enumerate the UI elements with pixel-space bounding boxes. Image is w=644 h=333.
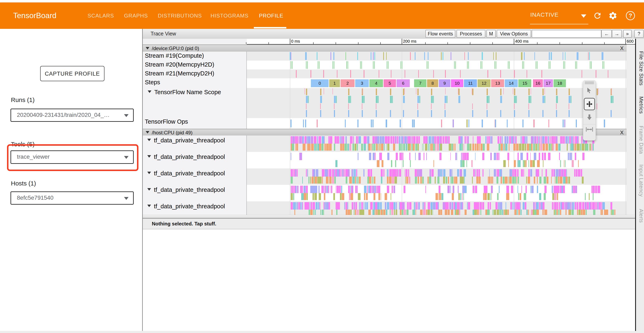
tab-alerts[interactable]: Alerts: [637, 209, 644, 224]
collapse-arrow-icon[interactable]: [147, 155, 151, 158]
tab-frame-data[interactable]: Frame Data: [637, 126, 644, 154]
step-block-0[interactable]: 0: [311, 79, 328, 87]
step-block-12[interactable]: 12: [478, 79, 490, 87]
gear-icon[interactable]: [608, 11, 618, 20]
collapse-arrow-icon[interactable]: [147, 188, 151, 190]
zoom-tool-button[interactable]: [583, 111, 596, 124]
step-block-1[interactable]: 1: [329, 79, 340, 87]
gpu-section-header[interactable]: /device:GPU:0 (pid 0) X: [143, 44, 626, 52]
top-whitespace: [0, 0, 644, 2]
step-block-17[interactable]: 17: [544, 79, 553, 87]
horizontal-scroll-strip[interactable]: [143, 215, 636, 218]
step-block-15[interactable]: 15: [518, 79, 531, 87]
step-block-8[interactable]: 8: [427, 79, 438, 87]
step-block-2[interactable]: 2: [340, 79, 354, 87]
nav-left-button[interactable]: ←: [601, 30, 612, 38]
ruler-corner: [143, 39, 247, 44]
step-block-4[interactable]: 4: [370, 79, 383, 87]
step-block-7[interactable]: 7: [414, 79, 426, 87]
step-block-18[interactable]: 18: [554, 79, 566, 87]
ruler-major-tick: [290, 39, 290, 44]
collapse-arrow-icon[interactable]: [146, 131, 149, 134]
track-label: Stream #19(Compute): [145, 52, 204, 59]
step-block-3[interactable]: 3: [355, 79, 369, 87]
runs-select[interactable]: 20200409-231431/train/2020_04_…: [10, 108, 134, 122]
ruler-tick-label: 200 ms: [403, 39, 416, 44]
vertical-scrollbar[interactable]: [626, 44, 636, 215]
step-block-14[interactable]: 14: [505, 79, 518, 87]
gpu-close-button[interactable]: X: [620, 45, 624, 52]
trace-view-title: Trace View: [150, 31, 176, 37]
track-label-text: Steps: [145, 79, 160, 86]
track-label[interactable]: tf_data_private_threadpool: [147, 186, 225, 193]
flow-events-button[interactable]: Flow events: [426, 30, 455, 38]
ruler-tick-label: 600: [627, 39, 634, 44]
step-block-10[interactable]: 10: [451, 79, 463, 87]
hosts-select[interactable]: 8efc5e791540: [10, 192, 134, 204]
tab-file-size-stats[interactable]: File Size Stats: [637, 51, 644, 85]
pan-tool-button[interactable]: [584, 98, 595, 110]
collapse-arrow-icon[interactable]: [147, 204, 151, 207]
track-label[interactable]: tf_data_private_threadpool: [147, 154, 225, 160]
step-block-11[interactable]: 11: [464, 79, 477, 87]
cpu-section-header[interactable]: /host:CPU (pid 49) X: [143, 129, 626, 136]
tab-distributions[interactable]: DISTRIBUTIONS: [158, 2, 202, 29]
processes-button[interactable]: Processes: [456, 30, 485, 38]
drag-grip[interactable]: [585, 82, 594, 84]
track-label-text: TensorFlow Name Scope: [154, 89, 221, 96]
run-status-label: INACTIVE: [530, 12, 558, 18]
capture-profile-button[interactable]: CAPTURE PROFILE: [40, 66, 104, 81]
detail-status-text: Nothing selected. Tap stuff.: [152, 221, 216, 227]
step-block-16[interactable]: 16: [533, 79, 543, 87]
view-options-button[interactable]: View Options: [497, 30, 531, 38]
sidebar: CAPTURE PROFILE Runs (1) 20200409-231431…: [0, 29, 142, 331]
chevron-down-icon: [581, 14, 586, 18]
track-label-text: tf_data_private_threadpool: [154, 186, 225, 193]
tab-profile[interactable]: PROFILE: [259, 2, 283, 29]
help-icon[interactable]: ?: [626, 11, 635, 20]
track-label: Stream #21(MemcpyD2H): [145, 70, 214, 77]
tab-histograms[interactable]: HISTOGRAMS: [210, 2, 248, 29]
ruler-minor-tick: [380, 42, 381, 44]
tab-scalars[interactable]: SCALARS: [88, 2, 114, 29]
chevron-down-icon: [124, 156, 128, 159]
tensorboard-app: TensorBoard SCALARSGRAPHSDISTRIBUTIONSHI…: [0, 0, 644, 333]
track-label: Steps: [145, 79, 160, 86]
run-status-dropdown[interactable]: INACTIVE: [530, 2, 588, 29]
selection-tool-button[interactable]: [583, 85, 596, 98]
track-label[interactable]: tf_data_private_threadpool: [147, 203, 225, 210]
nav-right-button[interactable]: →: [612, 30, 622, 38]
step-block-13[interactable]: 13: [491, 79, 504, 87]
analysis-tab-strip: File Size StatsMetricsFrame DataInput La…: [635, 39, 644, 331]
trace-help-button[interactable]: ?: [634, 30, 644, 38]
collapse-arrow-icon[interactable]: [148, 90, 152, 93]
more-button[interactable]: »: [623, 30, 632, 38]
timing-tool-button[interactable]: [583, 124, 596, 137]
ruler-major-tick: [626, 39, 626, 44]
tools-select[interactable]: trace_viewer: [10, 150, 134, 164]
track-label-text: tf_data_private_threadpool: [154, 154, 225, 160]
tab-input-latency[interactable]: Input Latency: [637, 164, 644, 198]
track-label[interactable]: TensorFlow Name Scope: [148, 89, 221, 96]
collapse-arrow-icon[interactable]: [147, 172, 151, 174]
trace-search-input[interactable]: [532, 30, 601, 38]
cpu-section-title: /host:CPU (pid 49): [152, 130, 192, 136]
step-block-9[interactable]: 9: [439, 79, 450, 87]
step-block-5[interactable]: 5: [384, 79, 396, 87]
track-label-text: Stream #21(MemcpyD2H): [145, 70, 214, 77]
tab-graphs[interactable]: GRAPHS: [124, 2, 148, 29]
collapse-arrow-icon[interactable]: [146, 47, 149, 50]
refresh-icon[interactable]: [593, 11, 602, 20]
trace-tools-toolbar: [583, 80, 596, 140]
tab-metrics[interactable]: Metrics: [637, 96, 644, 116]
ruler-tick-label: 0 ms: [291, 39, 300, 44]
track-label[interactable]: tf_data_private_threadpool: [147, 170, 225, 177]
cpu-close-button[interactable]: X: [620, 130, 624, 136]
gpu-section-title: /device:GPU:0 (pid 0): [152, 46, 199, 51]
step-block-6[interactable]: 6: [396, 79, 410, 87]
track-label[interactable]: tf_data_private_threadpool: [147, 137, 225, 144]
track-label-text: Stream #19(Compute): [145, 52, 204, 59]
time-ruler[interactable]: 0 ms200 ms400 ms600: [143, 39, 636, 44]
collapse-arrow-icon[interactable]: [147, 139, 151, 141]
metrics-m-button[interactable]: M: [486, 30, 496, 38]
